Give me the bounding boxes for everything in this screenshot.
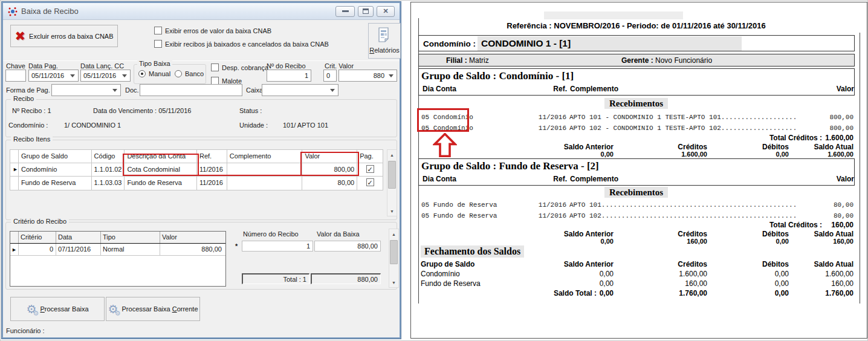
col-criterio[interactable]: Critério [19,232,56,243]
radio-banco[interactable]: Banco [175,70,204,77]
red-x-icon: ✖ [15,30,26,42]
gears-icon: ⚙⚙ [108,302,118,316]
report-row: 05 Fundo de Reserva 11/2016 APTO 102....… [411,212,861,221]
excluir-erros-label: Excluir erros da baixa CNAB [29,33,113,40]
col-complemento[interactable]: Complemento [227,150,303,163]
panel-numero-cell[interactable]: 1 [242,241,313,252]
filial-value: Matriz [469,56,489,65]
scrollbar-thumb[interactable] [390,240,398,264]
col-ref: Ref. [500,175,567,183]
filial-label: Filial : [446,56,467,65]
scroll-up-icon[interactable]: ▲ [389,229,398,239]
dropdown-arrow-icon [330,89,335,92]
recibo-vencimento: Data do Vencimento : 05/11/2016 [93,107,191,114]
recibo-unidade-value: 101/ APTO 101 [283,122,328,129]
n-recibo-input[interactable]: 1 [267,70,311,82]
col-valor: Valor [788,175,854,183]
dropdown-arrow-icon [389,74,394,77]
criterio-label: Critério do Recibo [11,218,69,225]
col-tipo[interactable]: Tipo [101,232,160,243]
section1-title: Grupo de Saldo : Condomínio - [1] [421,70,574,82]
row-valor: 800,00 [787,114,853,121]
section2-header-box: Grupo de Saldo : Fundo de Reserva - [2] … [418,158,855,186]
recibo-condominio-value: 1/ CONDOMINIO 1 [64,122,121,129]
recibo-unidade-label: Unidade : [239,122,268,129]
checkbox-desp-cobranca[interactable]: Desp. cobrança [211,63,268,71]
report-row: 05 Condomínio 11/2016 APTO 102 - CONDOMI… [411,125,861,134]
scroll-up-icon[interactable]: ▲ [387,150,397,160]
recibo-numero: Nº Recibo : 1 [12,107,51,114]
panel-scrollbar[interactable]: ▲ ▼ [389,229,399,288]
col-grupo-saldo[interactable]: Grupo de Saldo [19,150,92,163]
radio-button-icon[interactable] [138,70,146,77]
forma-pag-combo[interactable] [51,84,121,96]
radio-manual[interactable]: Manual [138,70,170,77]
recibo-condominio-label: Condomínio : [8,122,48,129]
criterio-row[interactable]: ► 0 07/11/2016 Normal 880,00 [10,244,225,256]
crit-valor-combo[interactable]: 880 [338,70,397,82]
doc-label: Doc. [125,86,139,94]
processar-baixa-corrente-button[interactable]: ⚙⚙ Processar Baixa Corrente [106,297,200,321]
checkbox-exibir-recibos[interactable]: Exibir recibos já baixados e cancelados … [154,40,329,48]
row-ref: 11/2016 [500,114,566,121]
dropdown-arrow-icon [112,89,117,92]
table-header-row: Grupo de Saldo Código Descrição da Conta… [10,150,383,163]
checkbox-box[interactable] [154,27,162,34]
filial-gerente-band: Filial : Matriz Gerente : Novo Funcionár… [418,54,855,67]
window-title: Baixa de Recibo [21,7,79,16]
col-valor[interactable]: Valor [160,232,224,243]
col-ref[interactable]: Ref. [197,150,227,163]
screenshot-canvas: Baixa de Recibo ✕ ✖ Excluir erros da bai… [0,0,868,341]
row-marker-icon [10,177,19,190]
fechamento-header-row: Grupo de Saldo Saldo Anterior Créditos D… [411,260,861,269]
scroll-down-icon[interactable]: ▼ [389,278,398,287]
criterio-table: Critério Data Tipo Valor ► 0 07/11/2016 … [10,231,226,287]
panel-valor-cell[interactable]: 880,00 [314,241,381,252]
gerente-label: Gerente : [621,56,653,65]
col-pag[interactable]: Pag. [357,150,383,163]
col-dia-conta: Dia Conta [423,175,456,183]
row-ref: 11/2016 [500,201,566,209]
checkbox-box[interactable] [211,63,219,71]
report-preview: Referência : NOVEMBRO/2016 - Periodo: de… [410,2,867,339]
checkbox-exibir-erros[interactable]: Exibir erros de valor da baixa CNAB [154,27,271,34]
row-valor: 80,00 [787,212,853,219]
col-complemento: Complemento [570,85,618,93]
radio-button-icon[interactable] [175,70,182,77]
chave-input[interactable] [5,70,26,82]
crit-input[interactable]: 0 [323,70,337,82]
close-button[interactable]: ✕ [377,6,395,17]
excluir-erros-button[interactable]: ✖ Excluir erros da baixa CNAB [10,25,118,47]
toolbar-separator [3,60,400,61]
row-marker-icon: ► [10,244,19,255]
pag-checkbox[interactable]: ✓ [366,178,374,186]
scrollbar-thumb[interactable] [388,161,396,189]
processar-baixa-button[interactable]: ⚙⚙ Processar Baixa [10,297,105,321]
maximize-button[interactable] [358,6,374,17]
col-valor[interactable]: Valor [302,150,357,163]
caixa-combo[interactable] [262,84,338,96]
data-lanc-combo[interactable]: 05/11/2016 [80,70,131,82]
row-dia-conta: 05 Condomínio [421,125,473,132]
table-row[interactable]: ► Condomínio 1.1.01.02 Cota Condominial … [10,163,383,177]
col-codigo[interactable]: Código [92,150,125,163]
col-descricao[interactable]: Descrição da Conta [125,150,197,163]
itens-scrollbar[interactable]: ▲ ▼ [387,149,397,216]
saldo-total-row: Saldo Total : 0,00 1.760,00 0,00 1.760,0… [411,289,861,298]
col-data[interactable]: Data [56,232,101,243]
scroll-down-icon[interactable]: ▼ [387,206,397,216]
annotation-up-arrow-icon [433,133,457,157]
title-bar[interactable]: Baixa de Recibo ✕ [3,3,400,20]
table-row[interactable]: Fundo de Reserva 1.1.03.03 Fundo de Rese… [10,177,383,190]
pag-checkbox[interactable]: ✓ [366,165,374,173]
total-creditos-row: Total Créditos : 160,00 [411,221,861,230]
gears-icon: ⚙⚙ [26,302,36,316]
checkbox-box[interactable] [154,40,162,48]
data-pag-combo[interactable]: 05/11/2016 [28,70,79,82]
relatorios-button[interactable]: Relatórios [368,23,401,59]
row-dia-conta: 05 Fundo de Reserva [421,212,497,219]
minimize-button[interactable] [335,6,355,17]
doc-input[interactable] [140,84,242,96]
caixa-label: Caixa [246,86,263,94]
row-dia-conta: 05 Condomínio [421,114,473,121]
